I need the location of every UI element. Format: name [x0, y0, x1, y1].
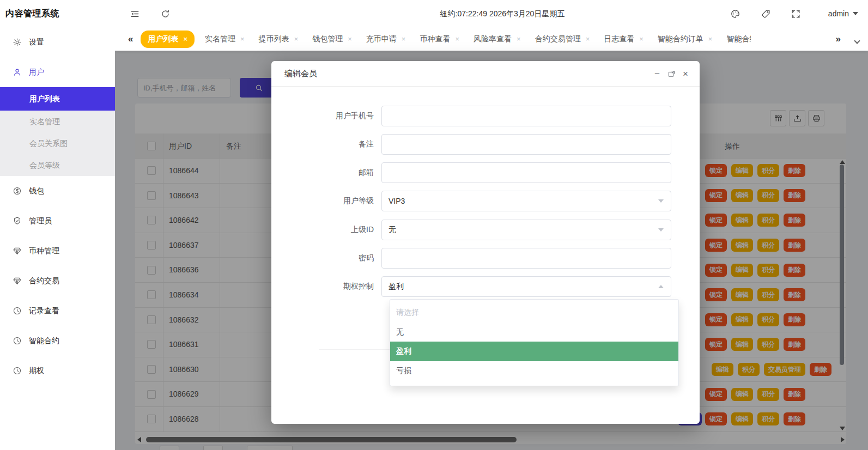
sidebar-item[interactable]: 用户: [0, 57, 115, 87]
tabs-more-icon[interactable]: [855, 36, 859, 45]
tab-close-icon[interactable]: ×: [708, 35, 713, 42]
field-label: 期权控制: [271, 282, 381, 291]
tab-item[interactable]: 智能合约订单×: [651, 27, 720, 51]
tab-label: 用户列表: [148, 34, 178, 44]
sidebar-item[interactable]: 设置: [0, 27, 115, 57]
tab-item[interactable]: 币种查看×: [412, 27, 466, 51]
field-select[interactable]: 盈利: [381, 276, 671, 297]
caret-down-icon: [853, 12, 858, 15]
sidebar-subitem[interactable]: 实名管理: [0, 111, 115, 132]
sidebar-item[interactable]: 合约交易: [0, 266, 115, 296]
app: 内容管理系统 纽约:07:22:49 2026年3月20日星期五 admin «…: [0, 0, 868, 450]
tab-label: 日志查看: [604, 34, 634, 44]
sidebar-item-label: 智能合约: [29, 336, 59, 346]
form-row: 密码: [271, 248, 700, 269]
tab-item[interactable]: 智能合约×: [719, 27, 751, 51]
tab-label: 钱包管理: [312, 34, 343, 44]
tab-close-icon[interactable]: ×: [294, 35, 299, 42]
tab-item[interactable]: 实名管理×: [198, 27, 252, 51]
tab-close-icon[interactable]: ×: [455, 35, 459, 42]
user-name: admin: [828, 9, 849, 18]
form-row: 期权控制盈利: [271, 276, 700, 297]
refresh-icon[interactable]: [159, 7, 172, 20]
clock-icon: [12, 366, 22, 376]
minimize-icon[interactable]: −: [651, 61, 664, 87]
tab-item[interactable]: 日志查看×: [597, 27, 651, 51]
tabbar: « 用户列表×实名管理×提币列表×钱包管理×充币申请×币种查看×风险率查看×合约…: [115, 27, 868, 51]
tab-close-icon[interactable]: ×: [517, 35, 521, 42]
clock-icon: [12, 306, 22, 316]
tab-label: 实名管理: [205, 34, 235, 44]
tab-item[interactable]: 风险率查看×: [466, 27, 528, 51]
sidebar-subitem[interactable]: 会员等级: [0, 154, 115, 176]
tab-item[interactable]: 合约交易管理×: [528, 27, 597, 51]
tab-close-icon[interactable]: ×: [586, 35, 590, 42]
field-label: 邮箱: [271, 168, 381, 178]
dropdown-option[interactable]: 请选择: [390, 303, 678, 323]
tab-item[interactable]: 充币申请×: [359, 27, 413, 51]
field-select[interactable]: VIP3: [381, 191, 671, 211]
user-menu[interactable]: admin: [828, 0, 858, 27]
sidebar-item[interactable]: 智能合约: [0, 326, 115, 356]
field-input[interactable]: [381, 248, 671, 269]
tab-label: 智能合约: [726, 34, 751, 44]
tabs-scroll-right-icon[interactable]: »: [836, 34, 841, 45]
sidebar-item-label: 合约交易: [29, 276, 59, 286]
sidebar: 设置用户用户列表实名管理会员关系图会员等级钱包管理员币种管理合约交易记录查看智能…: [0, 27, 115, 450]
tab-close-icon[interactable]: ×: [639, 35, 644, 42]
maximize-icon[interactable]: [665, 61, 678, 87]
sidebar-item-label: 币种管理: [29, 246, 59, 256]
field-label: 上级ID: [271, 225, 381, 235]
tab-item[interactable]: 提币列表×: [252, 27, 306, 51]
field-input[interactable]: [381, 162, 671, 183]
dropdown-option[interactable]: 亏损: [390, 361, 678, 381]
tab-close-icon[interactable]: ×: [183, 35, 187, 42]
theme-palette-icon[interactable]: [729, 7, 742, 20]
dropdown-option[interactable]: 无: [390, 323, 678, 342]
close-icon[interactable]: ×: [679, 61, 692, 87]
form-row: 用户手机号: [271, 106, 700, 126]
clock-text: 纽约:07:22:49 2026年3月20日星期五: [421, 0, 584, 27]
caret-up-icon: [658, 285, 664, 288]
tabs-scroll-left-icon[interactable]: «: [128, 34, 133, 45]
gem-icon: [12, 246, 22, 256]
sidebar-item[interactable]: 期权: [0, 356, 115, 386]
tab-close-icon[interactable]: ×: [402, 35, 406, 42]
tab-close-icon[interactable]: ×: [348, 35, 352, 42]
sidebar-item[interactable]: 管理员: [0, 206, 115, 236]
field-label: 备注: [271, 139, 381, 149]
field-label: 用户手机号: [271, 111, 381, 121]
sidebar-item[interactable]: 币种管理: [0, 236, 115, 266]
field-label: 用户等级: [271, 196, 381, 206]
form-row: 邮箱: [271, 162, 700, 183]
tab-item[interactable]: 用户列表×: [141, 31, 195, 48]
field-input[interactable]: [381, 134, 671, 155]
field-select[interactable]: 无: [381, 220, 671, 240]
tab-list: 用户列表×实名管理×提币列表×钱包管理×充币申请×币种查看×风险率查看×合约交易…: [141, 27, 751, 51]
sidebar-item[interactable]: 钱包: [0, 176, 115, 206]
gem-icon: [12, 276, 22, 286]
sidebar-subitem[interactable]: 用户列表: [0, 87, 115, 111]
shield-check-icon: [12, 216, 22, 226]
dollar-circle-icon: [12, 186, 22, 196]
sidebar-subitem[interactable]: 会员关系图: [0, 132, 115, 154]
tab-item[interactable]: 钱包管理×: [305, 27, 359, 51]
tab-label: 提币列表: [259, 34, 289, 44]
field-input[interactable]: [381, 106, 671, 126]
sidebar-item-label: 记录查看: [29, 306, 59, 316]
select-value: 无: [389, 225, 396, 235]
caret-down-icon: [658, 199, 664, 203]
gear-icon: [12, 38, 22, 47]
collapse-sidebar-icon[interactable]: [128, 7, 141, 20]
sidebar-item[interactable]: 记录查看: [0, 296, 115, 326]
tag-icon[interactable]: [759, 7, 772, 20]
tab-close-icon[interactable]: ×: [240, 35, 245, 42]
fullscreen-icon[interactable]: [789, 7, 802, 20]
select-dropdown: 请选择无盈利亏损: [390, 299, 679, 386]
sidebar-item-label: 用户: [29, 68, 44, 77]
dialog-title: 编辑会员: [284, 69, 317, 79]
edit-member-dialog: 编辑会员 − × 用户手机号备注邮箱用户等级VIP3上级ID无密码期权控制盈利 …: [271, 61, 700, 424]
sidebar-item-label: 期权: [29, 366, 44, 376]
dropdown-option[interactable]: 盈利: [390, 342, 678, 361]
clock-icon: [12, 336, 22, 346]
